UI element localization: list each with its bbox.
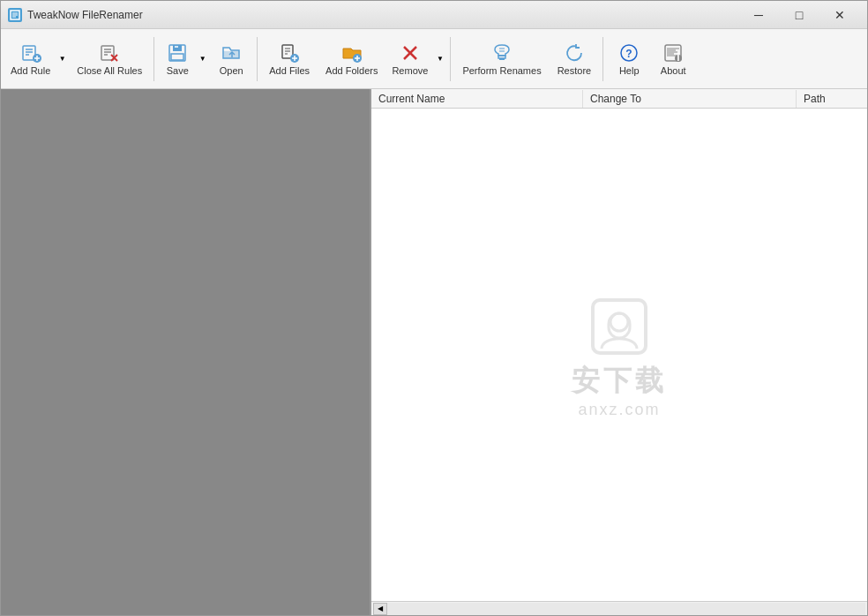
- add-rule-label: Add Rule: [11, 65, 50, 76]
- save-label: Save: [167, 65, 189, 76]
- app-icon: [8, 8, 22, 22]
- restore-button[interactable]: Restore: [550, 34, 600, 84]
- open-icon: [221, 42, 242, 64]
- add-rule-dropdown[interactable]: ▼: [56, 34, 69, 84]
- svg-rect-19: [171, 54, 183, 60]
- rules-panel: [1, 89, 371, 615]
- col-change-to: Change To: [583, 90, 797, 108]
- toolbar: Add Rule ▼ Close All Rules: [1, 29, 867, 89]
- watermark-en: anxz.com: [578, 401, 660, 419]
- separator-3: [450, 37, 451, 81]
- svg-rect-11: [101, 46, 114, 60]
- svg-rect-48: [593, 300, 646, 353]
- col-path: Path: [797, 90, 867, 108]
- open-button[interactable]: Open: [209, 34, 253, 84]
- minimize-button[interactable]: ─: [738, 1, 779, 29]
- svg-rect-50: [609, 313, 630, 338]
- file-list-header: Current Name Change To Path: [371, 89, 867, 109]
- add-rule-split: Add Rule ▼: [4, 34, 69, 84]
- separator-2: [257, 37, 258, 81]
- close-all-rules-label: Close All Rules: [77, 65, 142, 76]
- remove-dropdown[interactable]: ▼: [434, 34, 446, 84]
- svg-rect-35: [499, 58, 505, 60]
- help-icon: ?: [618, 42, 640, 64]
- close-button[interactable]: ✕: [819, 1, 860, 29]
- help-label: Help: [619, 65, 640, 76]
- open-label: Open: [220, 65, 243, 76]
- remove-label: Remove: [392, 65, 428, 76]
- main-content: Current Name Change To Path 安下载 anxz.com: [1, 89, 867, 615]
- maximize-button[interactable]: □: [779, 1, 819, 29]
- perform-renames-button[interactable]: Perform Renames: [454, 34, 549, 84]
- add-rule-icon: [20, 42, 41, 64]
- perform-renames-label: Perform Renames: [462, 65, 541, 76]
- watermark-cn: 安下载: [572, 362, 667, 401]
- svg-text:i: i: [677, 51, 680, 64]
- svg-rect-18: [173, 45, 182, 51]
- close-all-rules-icon: [99, 42, 120, 64]
- remove-icon: [400, 42, 421, 64]
- add-folders-button[interactable]: Add Folders: [318, 34, 385, 84]
- window-controls: ─ □ ✕: [738, 1, 860, 29]
- watermark: 安下载 anxz.com: [572, 291, 667, 419]
- file-list-panel: Current Name Change To Path 安下载 anxz.com: [371, 89, 867, 615]
- save-split: Save ▼: [158, 34, 209, 84]
- remove-split: Remove ▼: [385, 34, 446, 84]
- col-current-name: Current Name: [371, 90, 583, 108]
- window-title: TweakNow FileRenamer: [27, 9, 738, 21]
- save-icon: [167, 42, 188, 64]
- close-all-rules-button[interactable]: Close All Rules: [69, 34, 150, 84]
- scroll-left-button[interactable]: ◀: [373, 603, 387, 615]
- restore-icon: [564, 42, 585, 64]
- file-list-body[interactable]: 安下载 anxz.com: [371, 109, 867, 601]
- about-icon: i: [662, 42, 684, 64]
- add-files-icon: [279, 42, 300, 64]
- svg-point-49: [610, 313, 628, 331]
- main-window: TweakNow FileRenamer ─ □ ✕: [0, 0, 868, 616]
- horizontal-scrollbar[interactable]: ◀: [371, 601, 867, 615]
- about-button[interactable]: i About: [651, 34, 695, 84]
- help-button[interactable]: ? Help: [607, 34, 651, 84]
- add-files-button[interactable]: Add Files: [261, 34, 318, 84]
- svg-text:?: ?: [626, 48, 632, 60]
- perform-renames-icon: [491, 42, 513, 64]
- svg-rect-34: [498, 56, 505, 58]
- add-folders-icon: [341, 42, 363, 64]
- separator-1: [153, 37, 154, 81]
- separator-4: [602, 37, 603, 81]
- restore-label: Restore: [557, 65, 592, 76]
- save-button[interactable]: Save: [158, 34, 197, 84]
- title-bar: TweakNow FileRenamer ─ □ ✕: [1, 1, 867, 29]
- scrollbar-track[interactable]: [387, 603, 865, 615]
- add-files-label: Add Files: [269, 65, 310, 76]
- add-folders-label: Add Folders: [326, 65, 378, 76]
- remove-button[interactable]: Remove: [385, 34, 434, 84]
- about-label: About: [661, 65, 686, 76]
- add-rule-button[interactable]: Add Rule: [4, 34, 56, 84]
- save-dropdown[interactable]: ▼: [197, 34, 209, 84]
